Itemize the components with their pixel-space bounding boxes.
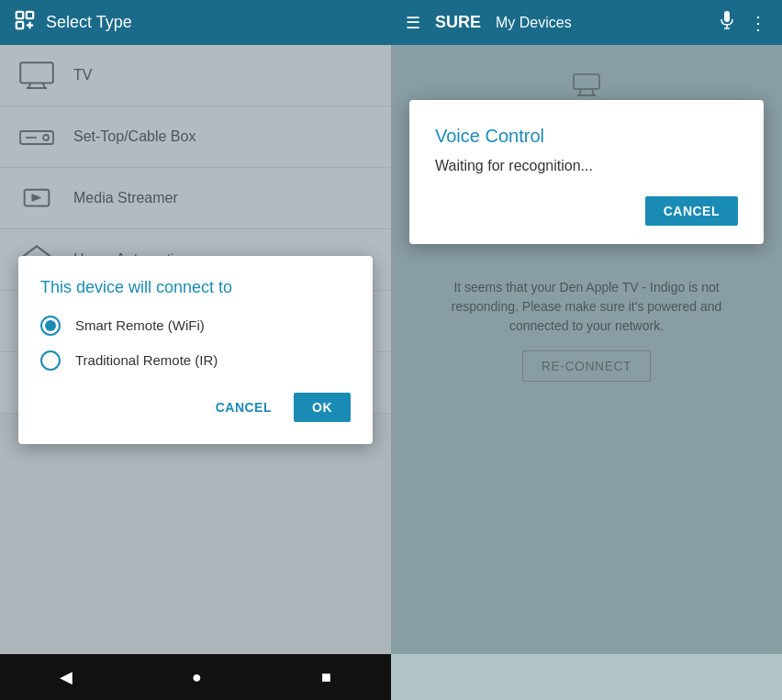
- right-header: ☰ SURE My Devices ⋮: [391, 0, 782, 45]
- svg-rect-0: [17, 12, 23, 18]
- svg-rect-1: [27, 12, 33, 18]
- radio-ir[interactable]: Traditional Remote (IR): [40, 350, 351, 371]
- nav-home-left[interactable]: ●: [192, 668, 202, 687]
- dialog-overlay-right: Voice Control Waiting for recognition...…: [391, 45, 782, 654]
- dialog-right-title: Voice Control: [435, 126, 738, 147]
- page-title: Select Type: [46, 13, 132, 32]
- radio-ir-label: Traditional Remote (IR): [75, 352, 218, 368]
- more-icon[interactable]: ⋮: [749, 12, 767, 34]
- dialog-cancel-button[interactable]: CANCEL: [205, 393, 283, 422]
- my-devices-label[interactable]: My Devices: [496, 15, 572, 31]
- radio-wifi-circle[interactable]: [40, 316, 61, 336]
- brand-label: SURE: [435, 13, 481, 32]
- nav-back-left[interactable]: ◀: [60, 667, 73, 687]
- bottom-nav-left: ◀ ● ■: [0, 654, 391, 700]
- dialog-left-title: This device will connect to: [40, 278, 351, 297]
- dialog-overlay-left: This device will connect to Smart Remote…: [0, 45, 391, 654]
- radio-wifi[interactable]: Smart Remote (WiFi): [40, 316, 351, 336]
- left-header: Select Type: [0, 0, 391, 45]
- nav-recents-left[interactable]: ■: [321, 668, 331, 687]
- dialog-ok-button[interactable]: OK: [294, 393, 351, 422]
- dialog-right-message: Waiting for recognition...: [435, 158, 738, 174]
- hamburger-icon[interactable]: ☰: [406, 13, 420, 33]
- radio-ir-circle[interactable]: [40, 350, 61, 371]
- right-header-nav: ☰ SURE My Devices: [406, 13, 572, 33]
- right-header-actions: ⋮: [720, 10, 767, 35]
- svg-rect-2: [17, 22, 23, 28]
- svg-rect-24: [724, 11, 730, 22]
- mic-icon[interactable]: [720, 10, 734, 35]
- dialog-voice-control: Voice Control Waiting for recognition...…: [409, 100, 764, 244]
- dialog-right-actions: CANCEL: [435, 196, 738, 226]
- dialog-connect: This device will connect to Smart Remote…: [18, 256, 373, 444]
- back-icon[interactable]: [15, 10, 35, 35]
- dialog-left-actions: CANCEL OK: [40, 393, 351, 422]
- radio-wifi-label: Smart Remote (WiFi): [75, 317, 205, 333]
- voice-cancel-button[interactable]: CANCEL: [645, 196, 738, 226]
